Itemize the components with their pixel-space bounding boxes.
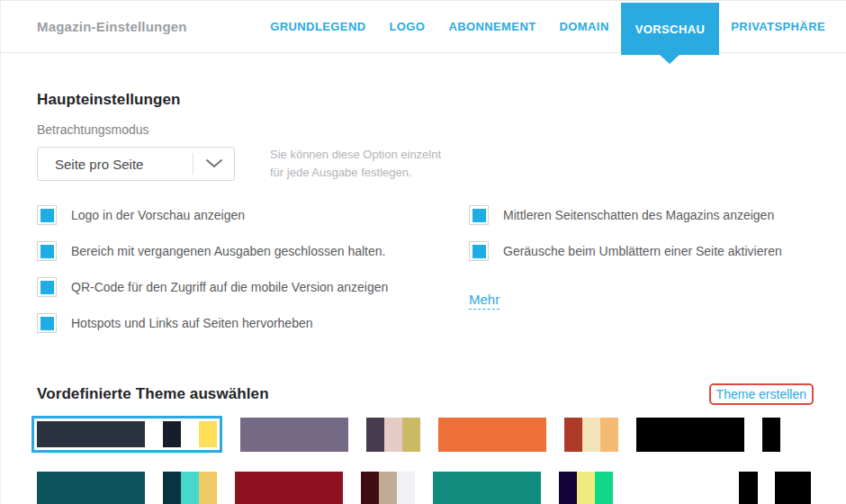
theme-swatch[interactable] (762, 418, 816, 452)
viewing-mode-select[interactable]: Seite pro Seite (37, 147, 235, 181)
tab-vorschau[interactable]: VORSCHAU (621, 3, 720, 55)
viewing-mode-label: Betrachtungsmodus (37, 122, 810, 137)
tab-label: GRUNDLEGEND (270, 20, 365, 33)
checkbox-grid: Logo in der Vorschau anzeigenBereich mit… (37, 205, 810, 349)
theme-swatch[interactable] (240, 418, 348, 452)
checkbox-column-left: Logo in der Vorschau anzeigenBereich mit… (37, 205, 469, 349)
theme-color-stripe (595, 472, 613, 504)
tab-grundlegend[interactable]: GRUNDLEGEND (258, 1, 377, 52)
checkbox-checked-fill (40, 317, 54, 330)
checkbox-label: Bereich mit vergangenen Ausgaben geschlo… (71, 244, 385, 258)
theme-color-stripe (37, 421, 145, 447)
theme-color-stripe (739, 472, 758, 504)
theme-swatch[interactable] (361, 472, 415, 504)
checkbox[interactable] (469, 205, 489, 225)
theme-swatch[interactable] (37, 421, 145, 447)
theme-swatch[interactable] (163, 472, 217, 504)
theme-row-2 (37, 472, 810, 504)
theme-color-stripe (775, 472, 811, 504)
theme-color-stripe (366, 418, 384, 452)
theme-swatch[interactable] (37, 472, 145, 504)
checkbox-label: Hotspots und Links auf Seiten hervorhebe… (71, 316, 313, 330)
checkbox[interactable] (37, 277, 57, 297)
viewing-mode-hint: Sie können diese Option einzelnt für jed… (270, 146, 441, 182)
tab-label: ABONNEMENT (448, 20, 536, 33)
more-link[interactable]: Mehr (469, 292, 500, 310)
tab-label: DOMAIN (560, 20, 609, 33)
theme-color-stripe (762, 418, 780, 452)
themes-header: Vordefinierte Theme auswählen Theme erst… (37, 383, 810, 405)
theme-color-stripe (402, 418, 420, 452)
theme-color-stripe (780, 418, 798, 452)
theme-color-stripe (199, 472, 217, 504)
viewing-mode-value: Seite pro Seite (38, 157, 193, 172)
checkbox-label: Geräusche beim Umblättern einer Seite ak… (503, 244, 782, 258)
settings-content: Haupteinstellungen Betrachtungsmodus Sei… (1, 91, 846, 504)
theme-color-stripe (397, 472, 415, 504)
theme-color-stripe (600, 418, 618, 452)
theme-color-stripe (433, 472, 541, 504)
checkbox-checked-fill (472, 245, 486, 258)
hint-line-1: Sie können diese Option einzelnt (270, 146, 441, 164)
theme-color-stripe (163, 421, 181, 447)
create-theme-link[interactable]: Theme erstellen (709, 383, 814, 405)
theme-swatch[interactable] (559, 472, 613, 504)
checkbox[interactable] (37, 241, 57, 261)
tab-label: LOGO (389, 20, 425, 33)
theme-color-stripe (577, 472, 595, 504)
checkbox-checked-fill (40, 209, 54, 222)
theme-swatch[interactable] (739, 472, 811, 504)
theme-color-stripe (384, 418, 402, 452)
theme-color-stripe (564, 418, 582, 452)
checkbox-label: QR-Code für den Zugriff auf die mobile V… (71, 280, 388, 294)
theme-color-stripe (361, 472, 379, 504)
theme-color-stripe (438, 418, 546, 452)
settings-header: Magazin-Einstellungen GRUNDLEGENDLOGOABO… (1, 1, 846, 53)
tab-label: PRIVATSPHÄRE (731, 20, 825, 33)
viewing-mode-row: Seite pro Seite Sie können diese Option … (37, 146, 810, 182)
checkbox-item: Mittleren Seitenschatten des Magazins an… (469, 205, 810, 225)
theme-color-stripe (240, 418, 348, 452)
theme-swatch[interactable] (438, 418, 546, 452)
tab-logo[interactable]: LOGO (377, 1, 436, 52)
theme-color-stripe (181, 472, 199, 504)
theme-color-stripe (199, 421, 217, 447)
right-checkbox-items: Mittleren Seitenschatten des Magazins an… (469, 205, 810, 261)
page-title: Magazin-Einstellungen (37, 19, 187, 34)
theme-swatch[interactable] (235, 472, 343, 504)
tab-domain[interactable]: DOMAIN (548, 1, 621, 52)
theme-row-1 (37, 416, 810, 453)
checkbox-checked-fill (472, 209, 486, 222)
theme-color-stripe (163, 472, 181, 504)
checkbox-item: Logo in der Vorschau anzeigen (37, 205, 469, 225)
theme-color-stripe (379, 472, 397, 504)
hint-line-2: für jede Ausgabe festlegen. (270, 164, 441, 182)
checkbox-checked-fill (40, 281, 54, 294)
section-title-themes: Vordefinierte Theme auswählen (37, 385, 269, 403)
theme-color-stripe (582, 418, 600, 452)
theme-swatch[interactable] (163, 421, 217, 447)
tab-abonnement[interactable]: ABONNEMENT (436, 1, 547, 52)
theme-color-stripe (758, 472, 775, 504)
theme-swatch[interactable] (433, 472, 541, 504)
theme-swatch-selected[interactable] (32, 416, 222, 453)
checkbox-label: Logo in der Vorschau anzeigen (71, 208, 245, 222)
active-tab-pointer-icon (659, 54, 680, 64)
theme-swatch-spacer (631, 472, 721, 504)
theme-color-stripe (235, 472, 343, 504)
theme-swatch[interactable] (366, 418, 420, 452)
theme-color-stripe (181, 421, 199, 447)
theme-color-stripe (37, 472, 145, 504)
checkbox[interactable] (469, 241, 489, 261)
section-title-main: Haupteinstellungen (37, 91, 810, 109)
theme-swatch[interactable] (564, 418, 618, 452)
checkbox-item: Hotspots und Links auf Seiten hervorhebe… (37, 313, 469, 333)
checkbox[interactable] (37, 205, 57, 225)
theme-color-stripe (559, 472, 577, 504)
tabs: GRUNDLEGENDLOGOABONNEMENTDOMAINVORSCHAUP… (258, 1, 837, 52)
tab-privatsphaere[interactable]: PRIVATSPHÄRE (719, 1, 837, 52)
theme-swatch[interactable] (636, 418, 744, 452)
checkbox-item: Geräusche beim Umblättern einer Seite ak… (469, 241, 810, 261)
checkbox-item: Bereich mit vergangenen Ausgaben geschlo… (37, 241, 469, 261)
checkbox[interactable] (37, 313, 57, 333)
